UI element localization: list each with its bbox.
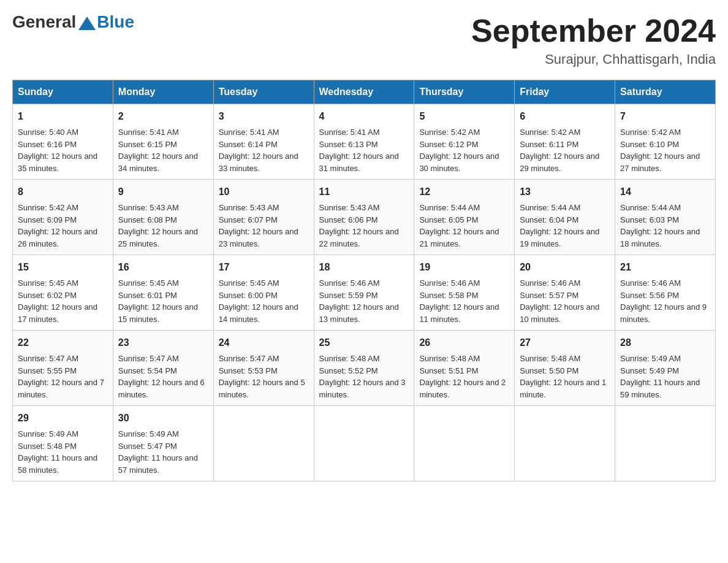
cell-sunset: Sunset: 6:08 PM bbox=[118, 215, 177, 224]
cell-sunrise: Sunrise: 5:43 AM bbox=[219, 203, 279, 212]
calendar-table: Sunday Monday Tuesday Wednesday Thursday… bbox=[12, 80, 716, 481]
day-number: 7 bbox=[620, 109, 710, 124]
calendar-cell: 2 Sunrise: 5:41 AM Sunset: 6:15 PM Dayli… bbox=[113, 104, 213, 180]
cell-sunrise: Sunrise: 5:49 AM bbox=[18, 429, 78, 439]
cell-daylight: Daylight: 12 hours and 17 minutes. bbox=[18, 302, 97, 324]
cell-sunset: Sunset: 5:55 PM bbox=[18, 366, 77, 375]
cell-sunset: Sunset: 5:52 PM bbox=[319, 366, 378, 375]
cell-sunset: Sunset: 5:57 PM bbox=[520, 291, 578, 300]
calendar-row-2: 8 Sunrise: 5:42 AM Sunset: 6:09 PM Dayli… bbox=[13, 180, 716, 255]
header-sunday: Sunday bbox=[13, 80, 113, 104]
cell-daylight: Daylight: 12 hours and 19 minutes. bbox=[520, 227, 599, 248]
day-number: 27 bbox=[520, 335, 610, 350]
cell-daylight: Daylight: 12 hours and 1 minute. bbox=[520, 378, 606, 399]
cell-daylight: Daylight: 12 hours and 25 minutes. bbox=[118, 227, 198, 248]
calendar-cell bbox=[515, 406, 615, 481]
calendar-row-3: 15 Sunrise: 5:45 AM Sunset: 6:02 PM Dayl… bbox=[13, 255, 716, 331]
logo-triangle-icon bbox=[78, 17, 96, 30]
cell-sunrise: Sunrise: 5:41 AM bbox=[219, 128, 279, 137]
cell-sunset: Sunset: 5:59 PM bbox=[319, 291, 378, 300]
cell-sunset: Sunset: 5:50 PM bbox=[520, 366, 578, 375]
header-monday: Monday bbox=[113, 80, 213, 104]
cell-sunrise: Sunrise: 5:41 AM bbox=[319, 128, 380, 137]
cell-sunrise: Sunrise: 5:47 AM bbox=[18, 354, 78, 363]
calendar-cell: 9 Sunrise: 5:43 AM Sunset: 6:08 PM Dayli… bbox=[113, 180, 213, 255]
day-number: 20 bbox=[520, 260, 610, 275]
cell-sunrise: Sunrise: 5:46 AM bbox=[520, 278, 580, 288]
cell-daylight: Daylight: 12 hours and 18 minutes. bbox=[620, 227, 700, 248]
calendar-cell: 30 Sunrise: 5:49 AM Sunset: 5:47 PM Dayl… bbox=[113, 406, 213, 481]
cell-daylight: Daylight: 12 hours and 7 minutes. bbox=[18, 378, 104, 399]
calendar-subtitle: Surajpur, Chhattisgarh, India bbox=[471, 52, 716, 67]
cell-daylight: Daylight: 12 hours and 2 minutes. bbox=[419, 378, 506, 399]
cell-sunrise: Sunrise: 5:46 AM bbox=[419, 278, 480, 288]
day-number: 19 bbox=[419, 260, 509, 275]
cell-daylight: Daylight: 12 hours and 3 minutes. bbox=[319, 378, 406, 399]
calendar-cell: 18 Sunrise: 5:46 AM Sunset: 5:59 PM Dayl… bbox=[314, 255, 414, 331]
cell-daylight: Daylight: 12 hours and 22 minutes. bbox=[319, 227, 399, 248]
cell-daylight: Daylight: 12 hours and 13 minutes. bbox=[319, 302, 399, 324]
logo-blue-text: Blue bbox=[97, 12, 134, 32]
calendar-cell: 8 Sunrise: 5:42 AM Sunset: 6:09 PM Dayli… bbox=[13, 180, 113, 255]
cell-sunrise: Sunrise: 5:42 AM bbox=[620, 128, 681, 137]
calendar-cell: 22 Sunrise: 5:47 AM Sunset: 5:55 PM Dayl… bbox=[13, 331, 113, 406]
cell-sunrise: Sunrise: 5:47 AM bbox=[219, 354, 279, 363]
cell-sunrise: Sunrise: 5:47 AM bbox=[118, 354, 179, 363]
cell-daylight: Daylight: 12 hours and 9 minutes. bbox=[620, 302, 707, 324]
calendar-cell: 17 Sunrise: 5:45 AM Sunset: 6:00 PM Dayl… bbox=[213, 255, 314, 331]
cell-daylight: Daylight: 12 hours and 31 minutes. bbox=[319, 151, 399, 173]
logo-general-text: General bbox=[12, 12, 76, 32]
calendar-cell: 7 Sunrise: 5:42 AM Sunset: 6:10 PM Dayli… bbox=[615, 104, 716, 180]
cell-sunrise: Sunrise: 5:49 AM bbox=[620, 354, 681, 363]
day-number: 12 bbox=[419, 185, 509, 199]
cell-sunrise: Sunrise: 5:44 AM bbox=[520, 203, 580, 212]
day-number: 30 bbox=[118, 411, 208, 426]
cell-sunset: Sunset: 6:04 PM bbox=[520, 215, 578, 224]
cell-sunset: Sunset: 5:48 PM bbox=[18, 442, 77, 451]
cell-sunset: Sunset: 6:12 PM bbox=[419, 140, 478, 149]
calendar-row-4: 22 Sunrise: 5:47 AM Sunset: 5:55 PM Dayl… bbox=[13, 331, 716, 406]
day-number: 4 bbox=[319, 109, 409, 124]
cell-sunset: Sunset: 5:58 PM bbox=[419, 291, 478, 300]
calendar-cell: 5 Sunrise: 5:42 AM Sunset: 6:12 PM Dayli… bbox=[414, 104, 515, 180]
cell-sunset: Sunset: 5:51 PM bbox=[419, 366, 478, 375]
calendar-cell: 10 Sunrise: 5:43 AM Sunset: 6:07 PM Dayl… bbox=[213, 180, 314, 255]
cell-sunset: Sunset: 5:49 PM bbox=[620, 366, 679, 375]
day-number: 13 bbox=[520, 185, 610, 199]
cell-sunrise: Sunrise: 5:48 AM bbox=[520, 354, 580, 363]
cell-sunset: Sunset: 5:54 PM bbox=[118, 366, 177, 375]
cell-daylight: Daylight: 12 hours and 15 minutes. bbox=[118, 302, 198, 324]
cell-sunrise: Sunrise: 5:46 AM bbox=[620, 278, 681, 288]
cell-sunset: Sunset: 6:13 PM bbox=[319, 140, 378, 149]
cell-sunset: Sunset: 6:05 PM bbox=[419, 215, 478, 224]
day-number: 15 bbox=[18, 260, 108, 275]
calendar-cell: 1 Sunrise: 5:40 AM Sunset: 6:16 PM Dayli… bbox=[13, 104, 113, 180]
cell-daylight: Daylight: 12 hours and 14 minutes. bbox=[219, 302, 298, 324]
calendar-cell: 26 Sunrise: 5:48 AM Sunset: 5:51 PM Dayl… bbox=[414, 331, 515, 406]
day-number: 24 bbox=[219, 335, 309, 350]
cell-daylight: Daylight: 12 hours and 35 minutes. bbox=[18, 151, 97, 173]
day-number: 29 bbox=[18, 411, 108, 426]
cell-daylight: Daylight: 12 hours and 23 minutes. bbox=[219, 227, 298, 248]
cell-sunrise: Sunrise: 5:45 AM bbox=[18, 278, 78, 288]
cell-sunrise: Sunrise: 5:42 AM bbox=[18, 203, 78, 212]
cell-daylight: Daylight: 11 hours and 59 minutes. bbox=[620, 378, 700, 399]
day-number: 8 bbox=[18, 185, 108, 199]
calendar-row-1: 1 Sunrise: 5:40 AM Sunset: 6:16 PM Dayli… bbox=[13, 104, 716, 180]
cell-daylight: Daylight: 12 hours and 29 minutes. bbox=[520, 151, 599, 173]
cell-sunset: Sunset: 6:10 PM bbox=[620, 140, 679, 149]
calendar-cell: 29 Sunrise: 5:49 AM Sunset: 5:48 PM Dayl… bbox=[13, 406, 113, 481]
cell-daylight: Daylight: 12 hours and 6 minutes. bbox=[118, 378, 205, 399]
header-thursday: Thursday bbox=[414, 80, 515, 104]
calendar-cell: 20 Sunrise: 5:46 AM Sunset: 5:57 PM Dayl… bbox=[515, 255, 615, 331]
cell-sunset: Sunset: 6:01 PM bbox=[118, 291, 177, 300]
day-number: 28 bbox=[620, 335, 710, 350]
day-number: 26 bbox=[419, 335, 509, 350]
day-number: 2 bbox=[118, 109, 208, 124]
cell-sunrise: Sunrise: 5:42 AM bbox=[520, 128, 580, 137]
day-number: 3 bbox=[219, 109, 309, 124]
day-number: 21 bbox=[620, 260, 710, 275]
calendar-cell: 24 Sunrise: 5:47 AM Sunset: 5:53 PM Dayl… bbox=[213, 331, 314, 406]
day-number: 1 bbox=[18, 109, 108, 124]
cell-daylight: Daylight: 12 hours and 21 minutes. bbox=[419, 227, 499, 248]
